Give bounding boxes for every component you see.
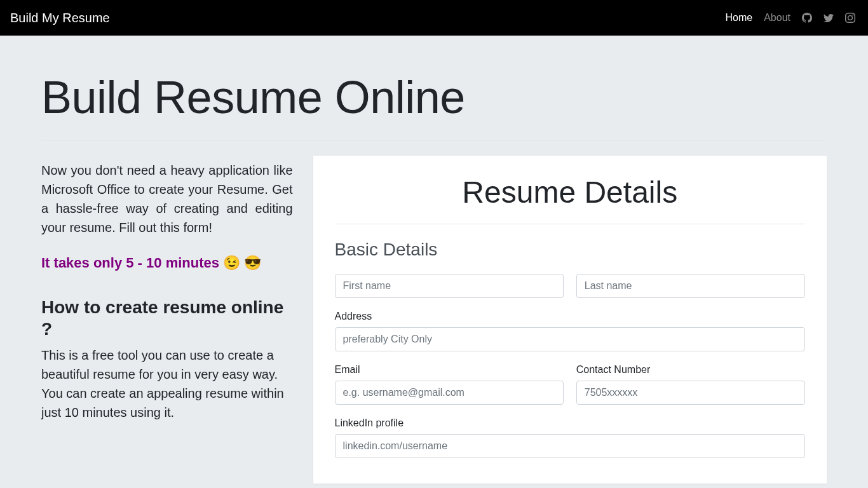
email-input[interactable] (335, 381, 564, 405)
nav-link-home[interactable]: Home (726, 12, 753, 24)
section-title-basic: Basic Details (335, 240, 805, 260)
left-column: Now you don't need a heavy application l… (41, 156, 293, 422)
row-email-contact: Email Contact Number (335, 364, 805, 405)
instagram-icon (845, 13, 855, 23)
row-address: Address (335, 311, 805, 351)
howto-body: This is a free tool you can use to creat… (41, 346, 293, 422)
nav-right: Home About (726, 12, 856, 24)
minutes-text: It takes only 5 - 10 minutes 😉 😎 (41, 255, 293, 271)
twitter-link[interactable] (824, 13, 834, 23)
howto-title: How to create resume online ? (41, 297, 293, 339)
nav-link-about[interactable]: About (764, 12, 790, 24)
right-column: Resume Details Basic Details Address (313, 156, 827, 484)
twitter-icon (824, 13, 834, 23)
form-card: Resume Details Basic Details Address (313, 156, 827, 484)
instagram-link[interactable] (845, 13, 855, 23)
email-label: Email (335, 364, 564, 376)
card-title: Resume Details (335, 175, 805, 224)
page-container: Build Resume Online Now you don't need a… (21, 36, 847, 488)
address-input[interactable] (335, 327, 805, 351)
first-name-input[interactable] (335, 274, 564, 298)
brand-link[interactable]: Build My Resume (10, 11, 110, 25)
row-linkedin: LinkedIn profile (335, 417, 805, 458)
navbar: Build My Resume Home About (0, 0, 868, 36)
last-name-input[interactable] (576, 274, 805, 298)
linkedin-input[interactable] (335, 434, 805, 458)
contact-label: Contact Number (576, 364, 805, 376)
contact-input[interactable] (576, 381, 805, 405)
github-link[interactable] (802, 13, 812, 23)
columns: Now you don't need a heavy application l… (41, 156, 827, 484)
page-rule (41, 140, 827, 140)
github-icon (802, 13, 812, 23)
page-title: Build Resume Online (41, 71, 827, 123)
intro-text: Now you don't need a heavy application l… (41, 161, 293, 237)
row-name (335, 274, 805, 298)
linkedin-label: LinkedIn profile (335, 417, 805, 429)
address-label: Address (335, 311, 805, 322)
